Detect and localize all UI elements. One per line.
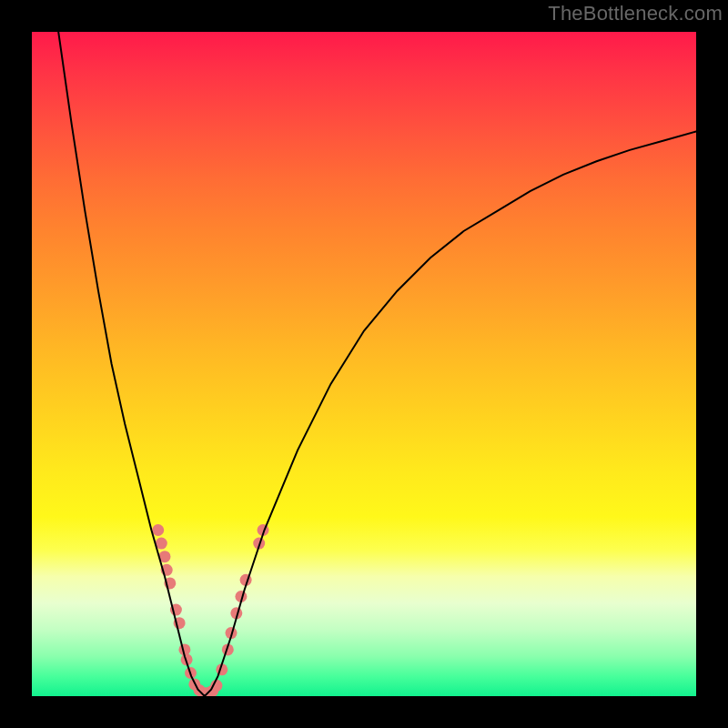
chart-frame: TheBottleneck.com [0,0,728,728]
scatter-dots [152,524,268,696]
plot-area [32,32,696,696]
bottleneck-curve [58,32,696,696]
chart-svg [32,32,696,696]
watermark-text: TheBottleneck.com [548,2,723,25]
data-point [152,524,164,536]
